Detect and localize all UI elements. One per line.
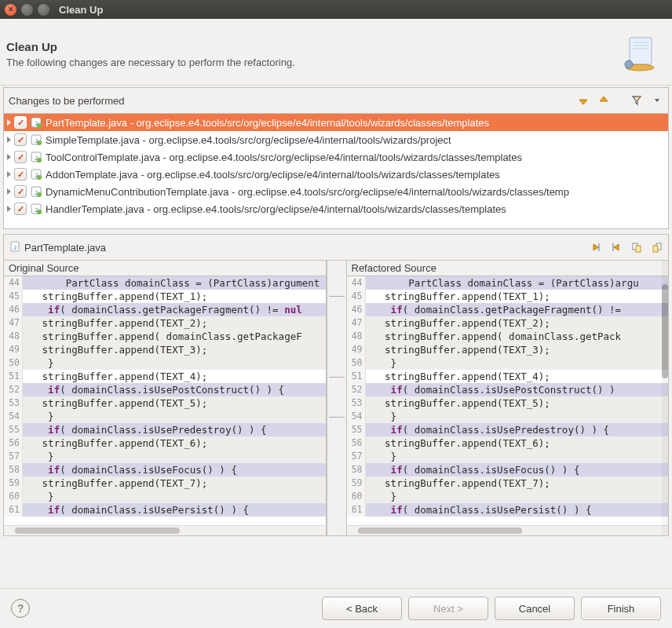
- tree-item[interactable]: ✓JAddonTemplate.java - org.eclipse.e4.to…: [4, 166, 668, 183]
- next-diff-icon[interactable]: [588, 239, 604, 255]
- dialog-header: Clean Up The following changes are neces…: [0, 19, 672, 86]
- tree-item[interactable]: ✓JSimpleTemplate.java - org.eclipse.e4.t…: [4, 131, 668, 148]
- code-line: 49 stringBuffer.append(TEXT_3);: [347, 343, 669, 356]
- window-minimize-icon[interactable]: [21, 4, 33, 16]
- copy-right-icon[interactable]: [649, 239, 665, 255]
- left-scrollbar-h[interactable]: [4, 525, 326, 535]
- dialog-subtitle: The following changes are necessary to p…: [6, 57, 619, 68]
- file-tab-bar: J PartTemplate.java: [3, 234, 669, 261]
- svg-point-15: [37, 158, 42, 162]
- tree-item[interactable]: ✓JPartTemplate.java - org.eclipse.e4.too…: [4, 114, 668, 131]
- dropdown-icon[interactable]: [649, 93, 665, 108]
- right-code-body[interactable]: 44 PartClass domainClass = (PartClass)ar…: [347, 276, 669, 525]
- code-line: 56 stringBuffer.append(TEXT_6);: [4, 436, 326, 450]
- help-icon[interactable]: ?: [11, 599, 30, 618]
- code-line: 61 if( domainClass.isUsePersist() ) {: [4, 503, 326, 517]
- code-line: 52 if( domainClass.isUsePostConstruct() …: [4, 383, 326, 396]
- code-line: 50 }: [4, 356, 326, 370]
- tree-item[interactable]: ✓JHandlerTemplate.java - org.eclipse.e4.…: [4, 200, 668, 217]
- window-close-icon[interactable]: ✕: [5, 4, 16, 16]
- java-change-icon: J: [30, 116, 42, 129]
- tree-item-label: ToolControlTemplate.java - org.eclipse.e…: [46, 152, 522, 163]
- code-line: 44 PartClass domainClass = (PartClass)ar…: [347, 276, 669, 290]
- code-line: 51 stringBuffer.append(TEXT_4);: [4, 370, 326, 383]
- code-line: 60 }: [347, 490, 669, 503]
- window-maximize-icon[interactable]: [38, 4, 49, 16]
- svg-rect-32: [653, 246, 658, 252]
- tree-item-label: DynamicMenuContributionTemplate.java - o…: [46, 186, 569, 198]
- svg-rect-0: [630, 38, 652, 64]
- svg-point-9: [37, 123, 42, 128]
- tree-item-label: AddonTemplate.java - org.eclipse.e4.tool…: [46, 169, 500, 181]
- prev-diff-icon[interactable]: [608, 239, 624, 255]
- back-button[interactable]: < Back: [322, 597, 402, 620]
- svg-point-18: [37, 175, 42, 180]
- tree-item[interactable]: ✓JDynamicMenuContributionTemplate.java -…: [4, 183, 668, 200]
- left-pane: Original Source 44 PartClass domainClass…: [4, 261, 327, 535]
- tree-item-label: PartTemplate.java - org.eclipse.e4.tools…: [46, 117, 489, 129]
- code-line: 45 stringBuffer.append(TEXT_1);: [4, 290, 326, 303]
- right-scrollbar-h[interactable]: [347, 525, 669, 535]
- java-change-icon: J: [30, 168, 42, 181]
- file-tab-name: PartTemplate.java: [24, 242, 106, 254]
- svg-point-24: [37, 210, 42, 214]
- tree-item-label: HandlerTemplate.java - org.eclipse.e4.to…: [46, 203, 506, 215]
- checkbox[interactable]: ✓: [14, 133, 27, 146]
- finish-button[interactable]: Finish: [581, 597, 661, 620]
- checkbox[interactable]: ✓: [14, 116, 27, 129]
- code-line: 57 }: [4, 450, 326, 463]
- button-bar: ? < Back Next > Cancel Finish: [0, 588, 672, 628]
- code-line: 60 }: [4, 490, 326, 503]
- expander-icon[interactable]: [7, 137, 11, 143]
- java-change-icon: J: [30, 151, 42, 163]
- code-line: 58 if( domainClass.isUseFocus() ) {: [347, 463, 669, 476]
- code-line: 54 }: [347, 410, 669, 423]
- svg-text:J: J: [13, 244, 16, 251]
- expander-icon[interactable]: [7, 206, 11, 212]
- changes-section-header: Changes to be performed: [3, 87, 669, 114]
- code-line: 47 stringBuffer.append(TEXT_2);: [347, 316, 669, 330]
- svg-point-12: [37, 141, 42, 145]
- expander-icon[interactable]: [7, 119, 11, 126]
- code-line: 48 stringBuffer.append( domainClass.getP…: [347, 330, 669, 343]
- left-code-body[interactable]: 44 PartClass domainClass = (PartClass)ar…: [4, 276, 326, 525]
- tree-item[interactable]: ✓JToolControlTemplate.java - org.eclipse…: [4, 148, 668, 166]
- checkbox[interactable]: ✓: [14, 151, 27, 163]
- code-line: 59 stringBuffer.append(TEXT_7);: [347, 476, 669, 490]
- cleanup-wizard-icon: [619, 33, 661, 75]
- code-line: 52 if( domainClass.isUsePostConstruct() …: [347, 383, 669, 396]
- code-line: 61 if( domainClass.isUsePersist() ) {: [347, 503, 669, 517]
- checkbox[interactable]: ✓: [14, 185, 27, 198]
- right-pane-title: Refactored Source: [347, 261, 669, 276]
- checkbox[interactable]: ✓: [14, 168, 27, 181]
- diff-connector: [327, 261, 347, 535]
- expander-icon[interactable]: [7, 188, 11, 195]
- dialog-title: Clean Up: [6, 40, 619, 53]
- cancel-button[interactable]: Cancel: [495, 597, 575, 620]
- code-line: 57 }: [347, 450, 669, 463]
- code-line: 47 stringBuffer.append(TEXT_2);: [4, 316, 326, 330]
- code-line: 45 stringBuffer.append(TEXT_1);: [347, 290, 669, 303]
- code-line: 48 stringBuffer.append( domainClass.getP…: [4, 330, 326, 343]
- left-pane-title: Original Source: [4, 261, 326, 276]
- code-line: 49 stringBuffer.append(TEXT_3);: [4, 343, 326, 356]
- changes-tree[interactable]: ✓JPartTemplate.java - org.eclipse.e4.too…: [3, 114, 669, 229]
- java-change-icon: J: [30, 203, 42, 215]
- prev-change-icon[interactable]: [596, 93, 612, 108]
- code-line: 53 stringBuffer.append(TEXT_5);: [347, 396, 669, 410]
- checkbox[interactable]: ✓: [14, 203, 27, 215]
- code-line: 50 }: [347, 356, 669, 370]
- filter-icon[interactable]: [629, 93, 645, 108]
- right-scrollbar-v[interactable]: [662, 261, 668, 535]
- code-line: 55 if( domainClass.isUsePredestroy() ) {: [347, 423, 669, 436]
- copy-left-icon[interactable]: [629, 239, 645, 255]
- tree-item-label: SimpleTemplate.java - org.eclipse.e4.too…: [46, 134, 451, 146]
- code-line: 44 PartClass domainClass = (PartClass)ar…: [4, 276, 326, 290]
- expander-icon[interactable]: [7, 171, 11, 177]
- code-line: 46 if( domainClass.getPackageFragment() …: [4, 303, 326, 316]
- right-pane: Refactored Source 44 PartClass domainCla…: [347, 261, 669, 535]
- next-change-icon[interactable]: [575, 93, 591, 108]
- code-line: 55 if( domainClass.isUsePredestroy() ) {: [4, 423, 326, 436]
- changes-section-title: Changes to be performed: [9, 95, 575, 107]
- expander-icon[interactable]: [7, 154, 11, 160]
